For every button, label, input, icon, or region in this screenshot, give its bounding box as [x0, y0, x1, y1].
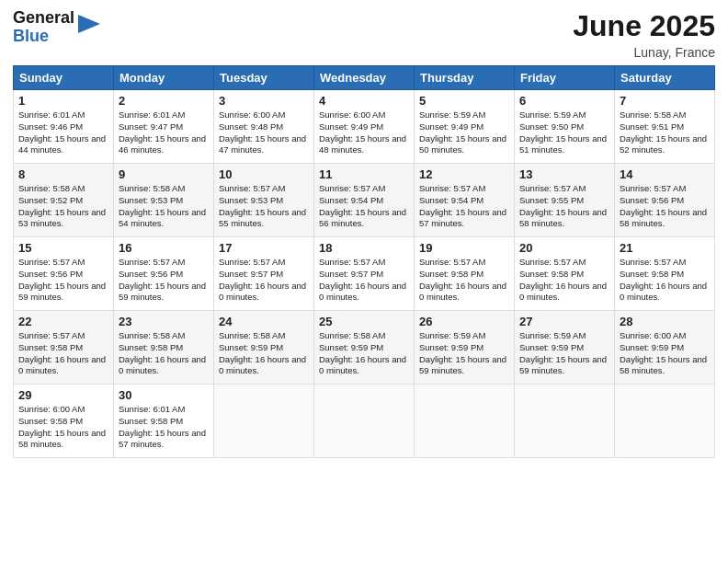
day-info: Sunrise: 5:58 AMSunset: 9:51 PMDaylight:… [620, 109, 710, 156]
calendar-cell: 2Sunrise: 6:01 AMSunset: 9:47 PMDaylight… [114, 90, 214, 164]
calendar-cell: 30Sunrise: 6:01 AMSunset: 9:58 PMDayligh… [114, 385, 214, 458]
week-row-3: 15Sunrise: 5:57 AMSunset: 9:56 PMDayligh… [14, 237, 715, 311]
calendar-cell: 4Sunrise: 6:00 AMSunset: 9:49 PMDaylight… [314, 90, 415, 164]
day-header-friday: Friday [515, 66, 615, 90]
day-info: Sunrise: 5:57 AMSunset: 9:56 PMDaylight:… [119, 257, 209, 304]
day-info: Sunrise: 5:57 AMSunset: 9:55 PMDaylight:… [519, 183, 609, 230]
day-number: 3 [219, 94, 309, 108]
week-row-1: 1Sunrise: 6:01 AMSunset: 9:46 PMDaylight… [14, 90, 715, 164]
day-info: Sunrise: 5:57 AMSunset: 9:57 PMDaylight:… [319, 257, 409, 304]
calendar-cell: 8Sunrise: 5:58 AMSunset: 9:52 PMDaylight… [14, 164, 114, 237]
calendar-cell: 26Sunrise: 5:59 AMSunset: 9:59 PMDayligh… [415, 311, 515, 385]
page: General Blue June 2025 Lunay, France Sun… [0, 0, 728, 563]
calendar-cell [615, 385, 715, 458]
day-info: Sunrise: 5:58 AMSunset: 9:52 PMDaylight:… [18, 183, 108, 230]
day-info: Sunrise: 5:58 AMSunset: 9:58 PMDaylight:… [119, 330, 209, 377]
week-row-2: 8Sunrise: 5:58 AMSunset: 9:52 PMDaylight… [14, 164, 715, 237]
day-number: 12 [419, 167, 509, 181]
day-info: Sunrise: 5:57 AMSunset: 9:58 PMDaylight:… [519, 257, 609, 304]
calendar-cell: 7Sunrise: 5:58 AMSunset: 9:51 PMDaylight… [615, 90, 715, 164]
day-info: Sunrise: 5:57 AMSunset: 9:53 PMDaylight:… [219, 183, 309, 230]
day-number: 18 [319, 241, 409, 255]
day-info: Sunrise: 6:00 AMSunset: 9:59 PMDaylight:… [620, 330, 710, 377]
calendar-cell: 20Sunrise: 5:57 AMSunset: 9:58 PMDayligh… [515, 237, 615, 311]
calendar-cell [214, 385, 314, 458]
day-info: Sunrise: 5:59 AMSunset: 9:49 PMDaylight:… [419, 109, 509, 156]
day-info: Sunrise: 6:01 AMSunset: 9:47 PMDaylight:… [119, 109, 209, 156]
calendar-cell: 1Sunrise: 6:01 AMSunset: 9:46 PMDaylight… [14, 90, 114, 164]
week-row-4: 22Sunrise: 5:57 AMSunset: 9:58 PMDayligh… [14, 311, 715, 385]
day-number: 27 [519, 315, 609, 328]
day-number: 19 [419, 241, 509, 255]
day-header-wednesday: Wednesday [314, 66, 415, 90]
day-number: 2 [119, 94, 209, 108]
day-number: 29 [18, 388, 108, 402]
header: General Blue June 2025 Lunay, France [13, 9, 715, 60]
day-number: 24 [219, 315, 309, 328]
day-number: 4 [319, 94, 409, 108]
day-number: 7 [620, 94, 710, 108]
day-info: Sunrise: 6:00 AMSunset: 9:49 PMDaylight:… [319, 109, 409, 156]
month-title: June 2025 [573, 9, 715, 43]
day-number: 26 [419, 315, 509, 328]
calendar-cell: 29Sunrise: 6:00 AMSunset: 9:58 PMDayligh… [14, 385, 114, 458]
days-header-row: SundayMondayTuesdayWednesdayThursdayFrid… [14, 66, 715, 90]
day-number: 11 [319, 167, 409, 181]
day-number: 14 [620, 167, 710, 181]
calendar-cell: 12Sunrise: 5:57 AMSunset: 9:54 PMDayligh… [415, 164, 515, 237]
day-number: 20 [519, 241, 609, 255]
calendar-cell: 24Sunrise: 5:58 AMSunset: 9:59 PMDayligh… [214, 311, 314, 385]
logo-general: General [13, 9, 74, 28]
calendar-cell: 19Sunrise: 5:57 AMSunset: 9:58 PMDayligh… [415, 237, 515, 311]
day-number: 1 [18, 94, 108, 108]
logo-blue: Blue [13, 28, 74, 46]
location: Lunay, France [573, 45, 715, 60]
day-number: 30 [119, 388, 209, 402]
calendar-cell: 28Sunrise: 6:00 AMSunset: 9:59 PMDayligh… [615, 311, 715, 385]
calendar-cell: 16Sunrise: 5:57 AMSunset: 9:56 PMDayligh… [114, 237, 214, 311]
day-info: Sunrise: 6:00 AMSunset: 9:48 PMDaylight:… [219, 109, 309, 156]
day-number: 22 [18, 315, 108, 328]
day-number: 16 [119, 241, 209, 255]
day-info: Sunrise: 5:58 AMSunset: 9:53 PMDaylight:… [119, 183, 209, 230]
day-number: 6 [519, 94, 609, 108]
calendar-cell: 17Sunrise: 5:57 AMSunset: 9:57 PMDayligh… [214, 237, 314, 311]
day-header-tuesday: Tuesday [214, 66, 314, 90]
day-info: Sunrise: 6:01 AMSunset: 9:58 PMDaylight:… [119, 404, 209, 451]
day-info: Sunrise: 5:58 AMSunset: 9:59 PMDaylight:… [219, 330, 309, 377]
day-info: Sunrise: 5:57 AMSunset: 9:58 PMDaylight:… [620, 257, 710, 304]
title-area: June 2025 Lunay, France [573, 9, 715, 60]
day-info: Sunrise: 5:57 AMSunset: 9:58 PMDaylight:… [419, 257, 509, 304]
svg-marker-0 [78, 15, 100, 33]
day-number: 8 [18, 167, 108, 181]
calendar-cell: 27Sunrise: 5:59 AMSunset: 9:59 PMDayligh… [515, 311, 615, 385]
day-number: 9 [119, 167, 209, 181]
day-header-saturday: Saturday [615, 66, 715, 90]
day-number: 17 [219, 241, 309, 255]
logo: General Blue [13, 9, 102, 46]
logo-icon [76, 11, 102, 37]
day-info: Sunrise: 5:57 AMSunset: 9:58 PMDaylight:… [18, 330, 108, 377]
calendar-table: SundayMondayTuesdayWednesdayThursdayFrid… [13, 65, 715, 458]
calendar-cell [515, 385, 615, 458]
day-info: Sunrise: 6:00 AMSunset: 9:58 PMDaylight:… [18, 404, 108, 451]
day-info: Sunrise: 5:57 AMSunset: 9:56 PMDaylight:… [620, 183, 710, 230]
day-header-monday: Monday [114, 66, 214, 90]
calendar-cell: 23Sunrise: 5:58 AMSunset: 9:58 PMDayligh… [114, 311, 214, 385]
calendar-cell: 3Sunrise: 6:00 AMSunset: 9:48 PMDaylight… [214, 90, 314, 164]
calendar-cell: 5Sunrise: 5:59 AMSunset: 9:49 PMDaylight… [415, 90, 515, 164]
calendar-cell [314, 385, 415, 458]
calendar-cell [415, 385, 515, 458]
calendar-cell: 13Sunrise: 5:57 AMSunset: 9:55 PMDayligh… [515, 164, 615, 237]
day-info: Sunrise: 5:59 AMSunset: 9:50 PMDaylight:… [519, 109, 609, 156]
day-header-thursday: Thursday [415, 66, 515, 90]
calendar-cell: 21Sunrise: 5:57 AMSunset: 9:58 PMDayligh… [615, 237, 715, 311]
day-info: Sunrise: 5:59 AMSunset: 9:59 PMDaylight:… [519, 330, 609, 377]
calendar-cell: 10Sunrise: 5:57 AMSunset: 9:53 PMDayligh… [214, 164, 314, 237]
calendar-cell: 6Sunrise: 5:59 AMSunset: 9:50 PMDaylight… [515, 90, 615, 164]
calendar-cell: 9Sunrise: 5:58 AMSunset: 9:53 PMDaylight… [114, 164, 214, 237]
week-row-5: 29Sunrise: 6:00 AMSunset: 9:58 PMDayligh… [14, 385, 715, 458]
day-info: Sunrise: 6:01 AMSunset: 9:46 PMDaylight:… [18, 109, 108, 156]
day-info: Sunrise: 5:59 AMSunset: 9:59 PMDaylight:… [419, 330, 509, 377]
day-number: 28 [620, 315, 710, 328]
